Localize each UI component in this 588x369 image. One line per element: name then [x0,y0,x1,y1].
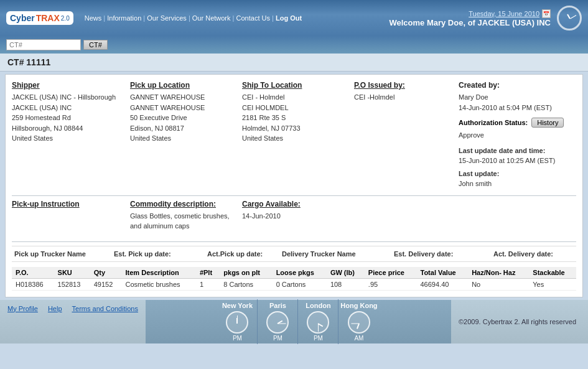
logo-trax: TRAX [36,13,60,23]
created-name: Mary Doe [459,92,571,103]
last-update-by: John smith [459,179,571,189]
clock-minute-hand [570,15,576,19]
auth-status: Approve [459,130,571,141]
shipper-label: Shipper [12,81,125,90]
nav-links: News | Information | Our Services | Our … [85,14,302,22]
nav-logout[interactable]: Log Out [276,14,302,22]
pickup-location-label: Pick up Location [130,81,237,90]
footer-clock-city: Hong Kong AM [338,299,379,344]
ship-to-city: Holmdel, NJ 07733 [242,123,349,134]
pickup-instruction-label: Pick-up Instruction [12,200,125,208]
footer-right: ©2009. Cybertrax 2. All rights reserved [451,300,588,343]
pickup-address: GANNET WAREHOUSE [130,103,237,113]
info-grid: Shipper JACKEL (USA) INC - Hillsborough … [12,81,576,189]
search-button[interactable]: CT# [83,40,108,50]
col-stackable: Stackable [529,267,576,279]
search-bar: CT# [0,36,588,54]
ship-to-short: CEI - Holmdel [242,92,349,103]
header-clock [557,6,582,30]
col-pkgs-on-plt: pkgs on plt [220,267,272,279]
mini-clock [226,311,248,334]
footer-help[interactable]: Help [48,305,62,312]
footer-my-profile[interactable]: My Profile [7,305,38,312]
col-haz: Haz/Non- Haz [468,267,529,279]
trucker-row: Pick up Trucker Name Est. Pick up date: … [12,246,576,262]
nav-information[interactable]: Information [107,14,141,22]
col-description: Item Description [122,267,196,279]
nav-news[interactable]: News [85,14,102,22]
table-body: H01838615281349152Cosmetic brushes18 Car… [12,278,576,290]
col-piece-price: Piece price [365,267,417,279]
col-po: P.O. [12,267,54,279]
commodity-value: Glass Bottles, cosmetic brushes, and alu… [130,211,237,231]
cargo-label: Cargo Available: [242,200,571,208]
shipper-col: Shipper JACKEL (USA) INC - Hillsborough … [12,81,130,189]
po-issued-label: P.O Issued by: [354,81,449,90]
pickup-row: Pick-up Instruction Commodity descriptio… [12,200,576,236]
last-update-by-label: Last update: [459,169,571,179]
shipper-city: Hillsborough, NJ 08844 [12,123,125,134]
city-name: London [306,302,330,309]
clock-ampm: PM [314,335,323,342]
commodity-label: Commodity description: [130,200,237,208]
ship-to-col: Ship To Location CEI - Holmdel CEI HOLMD… [242,81,354,189]
footer-clock-city: Paris PM [258,299,298,344]
footer-copyright: ©2009. Cybertrax 2. All rights reserved [459,318,576,325]
created-label: Created by: [459,81,571,90]
mini-clock [307,311,329,334]
history-button[interactable]: History [531,118,564,128]
header-info: Tuesday, 15 June 2010 📅 Welcome Mary Doe… [389,9,551,27]
created-date: 14-Jun-2010 at 5:04 PM (EST) [459,103,571,113]
act-pickup-header: Act.Pick up date: [205,249,279,259]
city-name: New York [222,302,253,309]
shipper-company-short: JACKEL (USA) INC - Hillsborough [12,92,125,103]
logo-cyber: Cyber [10,13,35,23]
pickup-location-col: Pick up Location GANNET WAREHOUSE GANNET… [130,81,242,189]
commodity-col: Commodity description: Glass Bottles, co… [130,200,242,236]
auth-row: Authorization Status: History [459,118,571,128]
col-qty: Qty [90,267,122,279]
footer-left: My Profile Help Terms and Conditions [0,300,146,343]
clock-ampm: PM [273,335,282,342]
calendar-icon: 📅 [542,9,551,18]
col-loose-pkgs: Loose pkgs [273,267,327,279]
logo-box: Cyber TRAX 2.0 [6,11,73,25]
footer: My Profile Help Terms and Conditions New… [0,300,588,343]
est-delivery-header: Est. Delivery date: [391,249,491,259]
items-table: P.O. SKU Qty Item Description #Plt pkgs … [12,267,576,291]
table-header: P.O. SKU Qty Item Description #Plt pkgs … [12,267,576,279]
nav-contact-us[interactable]: Contact Us [236,14,270,22]
city-name: Hong Kong [340,302,377,309]
po-issued-value: CEI -Holmdel [354,92,449,103]
nav-our-network[interactable]: Our Network [192,14,231,22]
header-date: Tuesday, 15 June 2010 📅 [389,9,551,18]
pickup-trucker-header: Pick up Trucker Name [12,249,111,259]
nav-our-services[interactable]: Our Services [147,14,187,22]
delivery-trucker-header: Delivery Trucker Name [279,249,391,259]
divider-2 [12,241,576,242]
city-name: Paris [269,302,286,309]
footer-terms[interactable]: Terms and Conditions [72,305,138,312]
ship-to-address1: 2181 Rte 35 S [242,113,349,123]
logo-area: Cyber TRAX 2.0 News | Information | Our … [6,11,302,25]
main-content: Shipper JACKEL (USA) INC - Hillsborough … [5,74,583,297]
cargo-col: Cargo Available: 14-Jun-2010 [242,200,576,236]
pickup-instruction-col: Pick-up Instruction [12,200,130,236]
footer-clocks: New York PM Paris PM London PM Hong Kong… [146,300,451,343]
search-input[interactable] [6,39,81,50]
pickup-name: GANNET WAREHOUSE [130,92,237,103]
clock-hour-hand [318,323,324,327]
col-plt: #Plt [196,267,220,279]
ship-to-country: United States [242,133,349,144]
header-right: Tuesday, 15 June 2010 📅 Welcome Mary Doe… [389,6,582,30]
logo-version: 2.0 [61,15,70,22]
last-update-datetime-label: Last update date and time: [459,146,571,156]
po-issued-col: P.O Issued by: CEI -Holmdel [354,81,454,189]
est-pickup-header: Est. Pick up date: [111,249,205,259]
auth-label: Authorization Status: [459,119,528,126]
mini-clock [266,311,289,334]
pickup-address1: 50 Executive Drive [130,113,237,123]
last-update-datetime: 15-Jun-2010 at 10:25 AM (EST) [459,156,571,166]
ship-to-label: Ship To Location [242,81,349,90]
clock-ampm: PM [233,335,242,342]
